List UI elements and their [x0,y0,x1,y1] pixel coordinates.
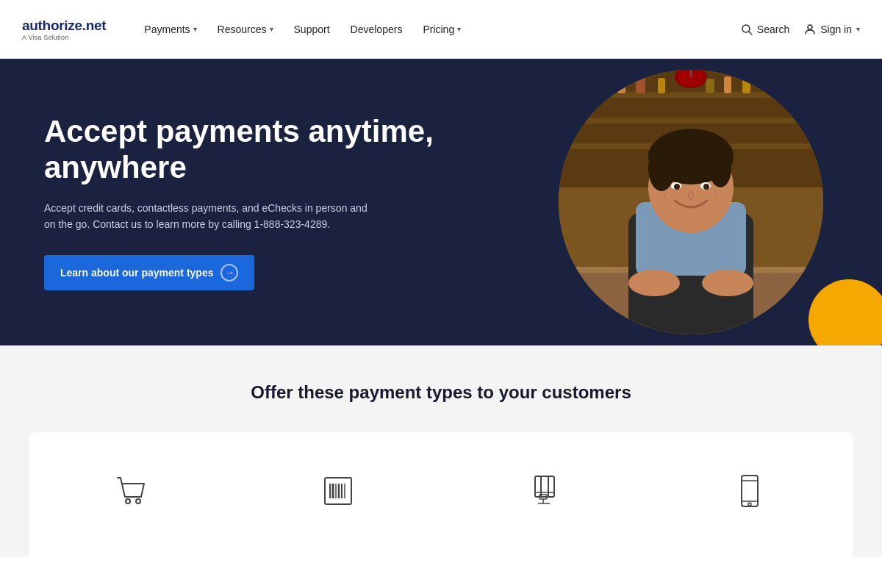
svg-rect-9 [599,77,606,93]
hero-content: Accept payments anytime, anywhere Accept… [44,114,434,290]
svg-point-32 [703,184,709,190]
svg-point-53 [748,503,751,506]
chevron-down-icon: ▾ [270,25,273,33]
svg-rect-15 [742,79,750,93]
signin-button[interactable]: Sign in ▾ [804,24,860,35]
cart-icon [110,469,154,513]
svg-rect-14 [724,76,731,93]
nav-payments[interactable]: Payments ▾ [135,18,205,41]
device-icon [522,469,566,513]
arrow-icon: → [220,264,238,282]
payment-icon-cart [29,469,235,513]
svg-point-27 [648,147,675,191]
user-icon [804,24,816,35]
svg-rect-12 [658,78,665,93]
payment-types-section: Offer these payment types to your custom… [0,345,882,557]
header: authorize.net A Visa Solution Payments ▾… [0,0,882,59]
logo-tagline: A Visa Solution [22,34,106,41]
svg-rect-16 [764,77,774,93]
svg-rect-10 [617,80,625,93]
svg-point-33 [628,270,680,296]
svg-point-2 [808,25,812,29]
payment-icon-barcode [235,469,441,513]
nav-pricing[interactable]: Pricing ▾ [414,18,470,41]
svg-rect-17 [786,78,794,93]
hero-title: Accept payments anytime, anywhere [44,114,434,185]
hero-section: Accept payments anytime, anywhere Accept… [0,59,882,345]
svg-rect-5 [559,92,823,98]
payment-types-title: Offer these payment types to your custom… [44,382,838,403]
mobile-icon [728,469,772,513]
portrait-svg [559,70,823,334]
svg-rect-11 [636,76,645,93]
main-nav: Payments ▾ Resources ▾ Support Developer… [135,18,740,41]
barcode-icon [316,469,360,513]
svg-point-28 [709,151,731,187]
svg-rect-6 [559,118,823,123]
payment-icon-device [441,469,647,513]
hero-portrait [559,70,823,334]
svg-point-34 [702,270,753,296]
search-button[interactable]: Search [741,24,789,35]
chevron-down-icon: ▾ [856,25,860,33]
chevron-down-icon: ▾ [457,25,461,33]
payment-icons-row [29,432,853,557]
nav-support[interactable]: Support [285,18,339,41]
hero-image [559,70,823,334]
hero-description: Accept credit cards, contactless payment… [44,200,375,233]
svg-point-36 [136,499,140,503]
logo-text: authorize.net [22,17,106,34]
svg-rect-13 [706,79,714,93]
header-actions: Search Sign in ▾ [741,24,860,35]
chevron-down-icon: ▾ [193,25,197,33]
search-icon [741,24,753,35]
svg-point-31 [674,184,680,190]
svg-line-1 [749,32,752,35]
logo[interactable]: authorize.net A Visa Solution [22,17,106,41]
nav-developers[interactable]: Developers [342,18,412,41]
svg-rect-8 [581,79,589,93]
svg-point-35 [126,499,130,503]
hero-cta-button[interactable]: Learn about our payment types → [44,255,254,290]
payment-icon-mobile [647,469,853,513]
nav-resources[interactable]: Resources ▾ [209,18,282,41]
